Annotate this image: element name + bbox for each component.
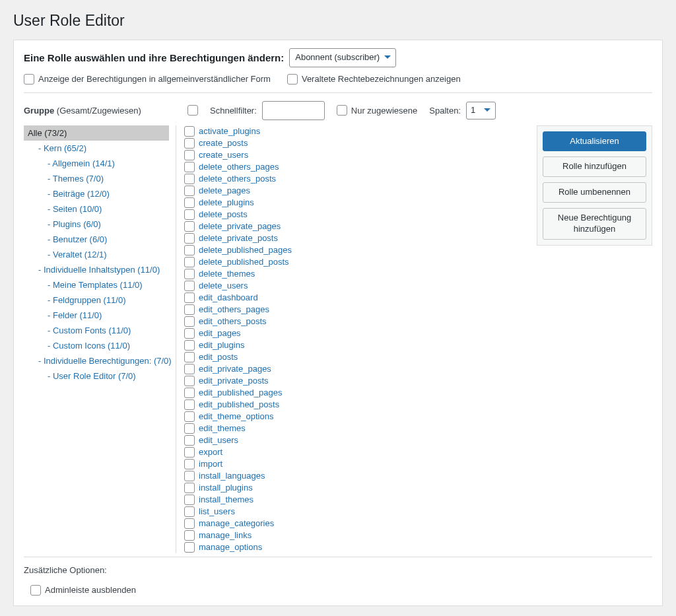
capability-label[interactable]: edit_others_pages bbox=[199, 304, 269, 315]
columns-select[interactable]: 1 bbox=[466, 102, 496, 120]
capability-checkbox[interactable] bbox=[184, 138, 195, 149]
capability-label[interactable]: create_posts bbox=[199, 138, 248, 149]
capability-label[interactable]: delete_private_posts bbox=[199, 233, 278, 244]
capability-checkbox[interactable] bbox=[184, 269, 195, 279]
capability-label[interactable]: install_plugins bbox=[199, 483, 253, 493]
tree-item[interactable]: - Custom Fonts (11/0) bbox=[24, 323, 169, 338]
tree-item[interactable]: - Plugins (6/0) bbox=[24, 217, 169, 232]
capability-checkbox[interactable] bbox=[184, 364, 195, 374]
capability-label[interactable]: edit_pages bbox=[199, 328, 241, 339]
capability-checkbox[interactable] bbox=[184, 316, 195, 327]
capability-label[interactable]: export bbox=[199, 447, 222, 458]
capability-label[interactable]: edit_plugins bbox=[199, 340, 244, 351]
capability-label[interactable]: edit_users bbox=[199, 435, 238, 446]
capability-checkbox[interactable] bbox=[184, 150, 195, 160]
capability-label[interactable]: edit_others_posts bbox=[199, 316, 267, 327]
capability-checkbox[interactable] bbox=[184, 542, 195, 553]
capability-checkbox[interactable] bbox=[184, 388, 195, 398]
select-all-checkbox[interactable] bbox=[187, 105, 198, 116]
capability-checkbox[interactable] bbox=[184, 304, 195, 315]
capability-label[interactable]: create_users bbox=[199, 150, 248, 160]
capability-label[interactable]: delete_posts bbox=[199, 209, 248, 220]
tree-item[interactable]: - Meine Templates (11/0) bbox=[24, 277, 169, 292]
capability-checkbox[interactable] bbox=[184, 352, 195, 362]
capability-label[interactable]: delete_published_pages bbox=[199, 245, 292, 256]
capability-checkbox[interactable] bbox=[184, 459, 195, 469]
capability-label[interactable]: edit_theme_options bbox=[199, 411, 273, 422]
capability-checkbox[interactable] bbox=[184, 518, 195, 529]
capability-label[interactable]: edit_published_posts bbox=[199, 399, 279, 410]
tree-item[interactable]: - Benutzer (6/0) bbox=[24, 232, 169, 247]
capability-checkbox[interactable] bbox=[184, 257, 195, 267]
capability-label[interactable]: edit_themes bbox=[199, 423, 246, 434]
capability-label[interactable]: edit_posts bbox=[199, 352, 238, 362]
hide-adminbar-checkbox[interactable] bbox=[30, 585, 41, 596]
rename-role-button[interactable]: Rolle umbenennen bbox=[543, 182, 646, 203]
role-select[interactable]: Abonnent (subscriber) bbox=[289, 48, 396, 67]
capability-checkbox[interactable] bbox=[184, 221, 195, 232]
capability-checkbox[interactable] bbox=[184, 471, 195, 481]
capability-label[interactable]: edit_published_pages bbox=[199, 388, 283, 398]
capability-checkbox[interactable] bbox=[184, 162, 195, 172]
capability-label[interactable]: delete_private_pages bbox=[199, 221, 281, 232]
capability-checkbox[interactable] bbox=[184, 245, 195, 256]
capability-label[interactable]: delete_plugins bbox=[199, 197, 254, 208]
capability-label[interactable]: manage_links bbox=[199, 530, 252, 541]
capability-label[interactable]: import bbox=[199, 459, 222, 469]
tree-item[interactable]: - User Role Editor (7/0) bbox=[24, 368, 169, 384]
capability-label[interactable]: manage_options bbox=[199, 542, 262, 553]
tree-item[interactable]: - Felder (11/0) bbox=[24, 308, 169, 323]
capability-checkbox[interactable] bbox=[184, 186, 195, 196]
capability-label[interactable]: delete_others_pages bbox=[199, 162, 279, 172]
capability-label[interactable]: edit_dashboard bbox=[199, 292, 258, 303]
capability-label[interactable]: edit_private_posts bbox=[199, 376, 269, 386]
capability-checkbox[interactable] bbox=[184, 447, 195, 458]
add-capability-button[interactable]: Neue Berechtigung hinzufügen bbox=[543, 208, 646, 240]
capability-checkbox[interactable] bbox=[184, 174, 195, 184]
tree-item[interactable]: - Veraltet (12/1) bbox=[24, 247, 169, 262]
capability-checkbox[interactable] bbox=[184, 233, 195, 244]
capability-label[interactable]: delete_themes bbox=[199, 269, 255, 279]
capability-checkbox[interactable] bbox=[184, 530, 195, 541]
capability-label[interactable]: delete_others_posts bbox=[199, 174, 276, 184]
capability-label[interactable]: list_users bbox=[199, 506, 235, 517]
capability-checkbox[interactable] bbox=[184, 340, 195, 351]
tree-item[interactable]: Alle (73/2) bbox=[24, 125, 169, 141]
capability-label[interactable]: install_themes bbox=[199, 495, 254, 505]
update-button[interactable]: Aktualisieren bbox=[543, 131, 646, 152]
capability-checkbox[interactable] bbox=[184, 197, 195, 208]
tree-item[interactable]: - Beiträge (12/0) bbox=[24, 186, 169, 201]
capability-checkbox[interactable] bbox=[184, 328, 195, 339]
quickfilter-input[interactable] bbox=[262, 101, 325, 120]
tree-item[interactable]: - Seiten (10/0) bbox=[24, 201, 169, 217]
add-role-button[interactable]: Rolle hinzufügen bbox=[543, 156, 646, 177]
capability-checkbox[interactable] bbox=[184, 399, 195, 410]
capability-checkbox[interactable] bbox=[184, 376, 195, 386]
capability-checkbox[interactable] bbox=[184, 411, 195, 422]
capability-checkbox[interactable] bbox=[184, 483, 195, 493]
human-readable-checkbox[interactable] bbox=[24, 74, 34, 85]
deprecated-checkbox[interactable] bbox=[287, 74, 298, 85]
tree-item[interactable]: - Kern (65/2) bbox=[24, 141, 169, 156]
only-assigned-checkbox[interactable] bbox=[337, 105, 347, 116]
capability-label[interactable]: install_languages bbox=[199, 471, 265, 481]
tree-item[interactable]: - Feldgruppen (11/0) bbox=[24, 292, 169, 308]
capability-label[interactable]: edit_private_pages bbox=[199, 364, 271, 374]
capability-label[interactable]: activate_plugins bbox=[199, 126, 260, 137]
capability-label[interactable]: delete_users bbox=[199, 281, 248, 291]
capability-checkbox[interactable] bbox=[184, 209, 195, 220]
capability-checkbox[interactable] bbox=[184, 423, 195, 434]
capability-checkbox[interactable] bbox=[184, 435, 195, 446]
capability-checkbox[interactable] bbox=[184, 126, 195, 137]
tree-item[interactable]: - Custom Icons (11/0) bbox=[24, 338, 169, 353]
tree-item[interactable]: - Individuelle Berechtigungen: (7/0) bbox=[24, 353, 169, 368]
tree-item[interactable]: - Individuelle Inhaltstypen (11/0) bbox=[24, 262, 169, 277]
capability-label[interactable]: delete_pages bbox=[199, 186, 250, 196]
capability-checkbox[interactable] bbox=[184, 281, 195, 291]
capability-label[interactable]: delete_published_posts bbox=[199, 257, 289, 267]
capability-checkbox[interactable] bbox=[184, 292, 195, 303]
capability-checkbox[interactable] bbox=[184, 506, 195, 517]
capability-checkbox[interactable] bbox=[184, 495, 195, 505]
capability-label[interactable]: manage_categories bbox=[199, 518, 274, 529]
tree-item[interactable]: - Allgemein (14/1) bbox=[24, 156, 169, 171]
